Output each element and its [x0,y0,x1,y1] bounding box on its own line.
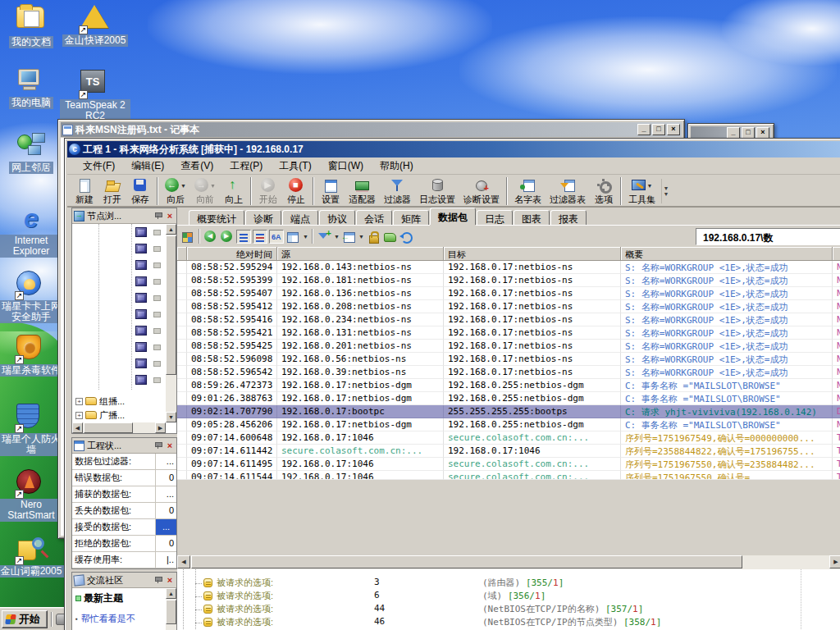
add-filter-button[interactable] [317,230,331,244]
minimize-button[interactable]: _ [727,127,740,139]
prev-packet-button[interactable]: ◀ [203,230,218,244]
start-button[interactable]: 开始 [2,610,48,628]
menu-item-window[interactable]: 窗口(W) [321,158,371,175]
decode-row[interactable]: 被请求的选项:46(NetBIOS在TCP/IP的节点类型) [358/1] [177,616,840,629]
expand-icon[interactable]: + [75,412,83,419]
tab-logs[interactable]: 日志 [477,210,513,225]
packet-row[interactable]: 08:58:52.595412192.168.0.208:netbios-ns1… [177,300,840,313]
packet-row[interactable]: 09:02:14.707790192.168.0.17:bootpc255.25… [177,405,840,418]
close-icon[interactable]: × [165,441,175,450]
tab-packets[interactable]: 数据包 [430,208,476,225]
table-hscrollbar[interactable]: ◀ ▶ [177,555,840,569]
desktop-icon-fasttrans[interactable]: ↗金山快译2005 [58,2,132,47]
toolbar-button-back[interactable]: ←▼向后 [161,176,190,207]
host-monitor-icon[interactable] [135,293,147,303]
tree-node-group[interactable]: +广播... [75,409,125,422]
host-monitor-icon[interactable] [135,358,147,368]
tab-matrix[interactable]: 矩阵 [393,210,429,225]
decode-row[interactable]: 被请求的选项:6(域) [356/1] [177,590,840,603]
toolbar-button-name-table[interactable]: 名字表 [510,176,546,207]
host-monitor-icon[interactable] [135,276,147,286]
pin-icon[interactable] [154,441,162,450]
packet-row[interactable]: 08:58:52.595407192.168.0.136:netbios-ns1… [177,287,840,300]
packet-row[interactable]: 08:58:52.595421192.168.0.131:netbios-ns1… [177,326,840,340]
scroll-left-button[interactable]: ◀ [72,422,83,433]
next-packet-button[interactable]: ▶ [220,230,235,244]
tab-diagnosis[interactable]: 诊断 [245,210,281,225]
notepad-minimize-button[interactable]: _ [637,124,651,135]
column-header-3[interactable]: 目标 [444,247,621,261]
tab-conversations[interactable]: 会话 [356,210,392,225]
scroll-up-button[interactable]: ▲ [166,588,176,599]
scroll-thumb[interactable] [84,422,133,433]
toolbar-button-toolset[interactable]: ▼工具集 [624,176,660,207]
packet-row[interactable]: 08:58:52.595416192.168.0.234:netbios-ns1… [177,313,840,326]
toolbar-button-stop-capture[interactable]: ■停止 [282,176,310,207]
toolbar-button-save[interactable]: 保存 [126,176,154,207]
menu-item-tools[interactable]: 工具(T) [272,158,318,175]
host-monitor-icon[interactable] [135,227,147,237]
tab-endpoints[interactable]: 端点 [282,210,318,225]
toolbar-button-filter-table[interactable]: 过滤器表 [546,176,590,207]
tab-summary[interactable]: 概要统计 [189,210,244,225]
close-button[interactable]: × [756,127,769,139]
pin-icon[interactable] [154,576,162,584]
packet-row[interactable]: 09:07:14.611442secure.colasoft.com.cn:..… [177,445,840,458]
tab-protocols[interactable]: 协议 [319,210,355,225]
column-header-4[interactable]: 概要 [621,247,833,261]
toolbar-button-diagnosis-settings[interactable]: 诊断设置 [459,176,504,207]
toolbar-overflow-button[interactable]: ▼▼ [661,179,670,203]
view-hex-button[interactable] [269,230,284,244]
close-icon[interactable]: × [165,576,175,584]
maximize-button[interactable]: □ [742,127,755,139]
packet-row[interactable]: 09:07:14.600648192.168.0.17:1046secure.c… [177,431,840,445]
menu-item-view[interactable]: 查看(V) [173,158,221,175]
toolbar-button-forward[interactable]: →▼向前 [190,176,220,207]
node-vscrollbar[interactable]: ▲ ▼ [166,224,176,422]
lock-button[interactable] [366,230,381,244]
host-monitor-icon[interactable] [135,342,147,352]
node-tree[interactable]: +组播...+广播...+Inter... [72,224,166,422]
host-monitor-icon[interactable] [135,375,147,385]
packet-row[interactable]: 08:59:26.472373192.168.0.17:netbios-dgm1… [177,379,840,392]
expand-icon[interactable]: + [75,398,83,405]
host-monitor-icon[interactable] [135,309,147,319]
column-header[interactable] [833,247,840,261]
toolbar-button-adapter[interactable]: 适配器 [345,176,380,207]
packet-row[interactable]: 09:05:28.456206192.168.0.17:netbios-dgm1… [177,418,840,431]
refresh-button[interactable] [399,230,413,244]
scroll-thumb[interactable] [166,600,176,624]
menu-item-edit[interactable]: 编辑(E) [124,158,171,175]
tab-reports[interactable]: 报表 [550,210,587,225]
scroll-left-button[interactable]: ◀ [177,555,190,568]
packet-row[interactable]: 09:07:14.611544192.168.0.17:1046secure.c… [177,471,840,480]
notepad-maximize-button[interactable]: □ [652,124,665,135]
layout-button[interactable] [285,230,300,244]
node-hscrollbar[interactable]: ◀ ▶ [72,422,166,433]
tab-charts[interactable]: 图表 [514,210,550,225]
toolbar-button-options[interactable]: 选项 [590,176,618,207]
scroll-thumb[interactable] [166,235,176,375]
column-header-2[interactable]: 源 [277,247,444,261]
view-list-button[interactable] [236,230,251,244]
scroll-right-button[interactable]: ▶ [155,422,166,433]
menu-item-file[interactable]: 文件(F) [75,158,122,175]
desktop-icon-teamspeak[interactable]: TS↗TeamSpeak 2 RC2 [58,67,132,122]
toolbar-button-start-capture[interactable]: ▶开始 [254,176,282,207]
packet-row[interactable]: 08:58:52.595425192.168.0.201:netbios-ns1… [177,340,840,353]
toolbar-button-filter[interactable]: 过滤器 [380,176,415,207]
decode-row[interactable]: 被请求的选项:44(NetBIOS在TCP/IP的名称) [357/1] [177,603,840,616]
packet-decode-tree[interactable]: 被请求的选项:3(路由器) [355/1]被请求的选项:6(域) [356/1]… [177,569,840,630]
buffer-address-box[interactable]: 192.168.0.17\数 [696,228,840,245]
node-grid-button[interactable] [180,230,195,244]
view-detail-button[interactable] [253,230,267,244]
column-header-1[interactable]: 绝对时间 [187,247,277,261]
toolbar-button-log-settings[interactable]: 日志设置 [415,176,459,207]
packet-row[interactable]: 08:58:52.596542192.168.0.39:netbios-ns19… [177,366,840,379]
purchase-button[interactable] [382,230,397,244]
toolbar-button-new[interactable]: 新建 [71,176,98,207]
notepad-close-button[interactable]: × [667,124,680,135]
packet-row[interactable]: 08:58:52.595294192.168.0.143:netbios-ns1… [177,261,840,274]
community-vscrollbar[interactable]: ▲ [166,588,176,630]
export-button[interactable] [341,230,356,244]
